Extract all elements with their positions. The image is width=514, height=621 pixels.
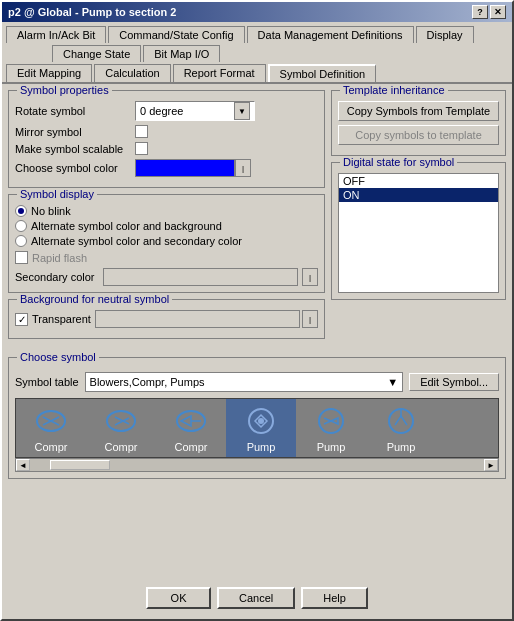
help-window-btn[interactable]: ? <box>472 5 488 19</box>
right-panel: Template inheritance Copy Symbols from T… <box>331 90 506 345</box>
svg-point-1 <box>107 411 135 431</box>
rotate-dropdown[interactable]: 0 degree ▼ <box>135 101 255 121</box>
symbol-display-group: Symbol display No blink Alternate symbol… <box>8 194 325 293</box>
ok-button[interactable]: OK <box>146 587 211 609</box>
digital-state-item-off[interactable]: OFF <box>339 174 498 188</box>
symbol-item-compr3[interactable]: Compr <box>156 399 226 457</box>
title-bar: p2 @ Global - Pump to section 2 ? ✕ <box>2 2 512 22</box>
rapid-flash-label: Rapid flash <box>32 252 87 264</box>
choose-symbol-label: Choose symbol <box>17 351 99 363</box>
symbol-item-pump2[interactable]: Pump <box>296 399 366 457</box>
symbol-table-row: Symbol table Blowers,Compr, Pumps ▼ Edit… <box>15 372 499 392</box>
tabs-row1: Alarm In/Ack Bit Command/State Config Da… <box>2 22 512 43</box>
tab-report-format[interactable]: Report Format <box>173 64 266 82</box>
svg-point-4 <box>258 418 264 424</box>
symbol-label-compr2: Compr <box>104 441 137 453</box>
main-window: p2 @ Global - Pump to section 2 ? ✕ Alar… <box>0 0 514 621</box>
close-window-btn[interactable]: ✕ <box>490 5 506 19</box>
mirror-row: Mirror symbol <box>15 125 318 138</box>
template-inheritance-label: Template inheritance <box>340 84 448 96</box>
background-neutral-label: Background for neutral symbol <box>17 293 172 305</box>
rotate-dropdown-arrow: ▼ <box>234 102 250 120</box>
scroll-thumb[interactable] <box>50 460 110 470</box>
symbol-dropdown-arrow: ▼ <box>387 376 398 388</box>
scalable-label: Make symbol scalable <box>15 143 135 155</box>
blink-radio-group: No blink Alternate symbol color and back… <box>15 205 318 247</box>
tab-data-mgmt[interactable]: Data Management Definitions <box>247 26 414 43</box>
left-panel: Symbol properties Rotate symbol 0 degree… <box>8 90 325 345</box>
no-blink-label: No blink <box>31 205 71 217</box>
secondary-color-input[interactable] <box>103 268 299 286</box>
alt-color-secondary-radio[interactable] <box>15 235 27 247</box>
alt-color-bg-row[interactable]: Alternate symbol color and background <box>15 220 318 232</box>
copy-from-template-btn[interactable]: Copy Symbols from Template <box>338 101 499 121</box>
digital-state-label: Digital state for symbol <box>340 156 457 168</box>
rotate-label: Rotate symbol <box>15 105 135 117</box>
template-inheritance-group: Template inheritance Copy Symbols from T… <box>331 90 506 156</box>
symbol-properties-group: Symbol properties Rotate symbol 0 degree… <box>8 90 325 188</box>
tab-alarm-in-ack[interactable]: Alarm In/Ack Bit <box>6 26 106 43</box>
copy-to-template-btn: Copy symbols to template <box>338 125 499 145</box>
alt-color-secondary-row[interactable]: Alternate symbol color and secondary col… <box>15 235 318 247</box>
symbol-icon-compr2 <box>101 403 141 439</box>
choose-symbol-group: Choose symbol Symbol table Blowers,Compr… <box>8 357 506 479</box>
symbol-icon-pump1 <box>241 403 281 439</box>
rapid-flash-checkbox[interactable] <box>15 251 28 264</box>
digital-state-list[interactable]: OFF ON <box>338 173 499 293</box>
transparent-color-btn[interactable]: | <box>302 310 318 328</box>
tabs-row3: Edit Mapping Calculation Report Format S… <box>2 62 512 84</box>
tab-edit-mapping[interactable]: Edit Mapping <box>6 64 92 82</box>
symbol-label-pump2: Pump <box>317 441 346 453</box>
digital-state-item-on[interactable]: ON <box>339 188 498 202</box>
tab-change-state[interactable]: Change State <box>52 45 141 62</box>
symbol-table-dropdown[interactable]: Blowers,Compr, Pumps ▼ <box>85 372 404 392</box>
color-button[interactable]: | <box>235 159 251 177</box>
secondary-color-btn[interactable]: | <box>302 268 318 286</box>
no-blink-row[interactable]: No blink <box>15 205 318 217</box>
symbol-item-pump3[interactable]: Pump <box>366 399 436 457</box>
transparent-label: Transparent <box>32 313 91 325</box>
symbol-label-compr1: Compr <box>34 441 67 453</box>
cancel-button[interactable]: Cancel <box>217 587 295 609</box>
transparent-checkbox[interactable] <box>15 313 28 326</box>
background-neutral-group: Background for neutral symbol Transparen… <box>8 299 325 339</box>
edit-symbol-btn[interactable]: Edit Symbol... <box>409 373 499 391</box>
tab-calculation[interactable]: Calculation <box>94 64 170 82</box>
tab-display[interactable]: Display <box>416 26 474 43</box>
symbol-label-pump3: Pump <box>387 441 416 453</box>
symbol-item-compr1[interactable]: Compr <box>16 399 86 457</box>
tab-command-state[interactable]: Command/State Config <box>108 26 244 43</box>
symbol-table-label: Symbol table <box>15 376 79 388</box>
symbol-icon-pump2 <box>311 403 351 439</box>
symbol-properties-label: Symbol properties <box>17 84 112 96</box>
color-row: Choose symbol color | <box>15 159 318 177</box>
no-blink-radio[interactable] <box>15 205 27 217</box>
scalable-row: Make symbol scalable <box>15 142 318 155</box>
scalable-checkbox[interactable] <box>135 142 148 155</box>
symbol-icon-compr3 <box>171 403 211 439</box>
alt-color-bg-radio[interactable] <box>15 220 27 232</box>
mirror-checkbox[interactable] <box>135 125 148 138</box>
symbol-item-compr2[interactable]: Compr <box>86 399 156 457</box>
symbol-display-label: Symbol display <box>17 188 97 200</box>
horizontal-scrollbar[interactable]: ◄ ► <box>15 458 499 472</box>
tab-symbol-definition[interactable]: Symbol Definition <box>268 64 377 82</box>
color-swatch[interactable] <box>135 159 235 177</box>
tab-bit-map-io[interactable]: Bit Map I/O <box>143 45 220 62</box>
symbol-item-pump1[interactable]: Pump <box>226 399 296 457</box>
main-content: Symbol properties Rotate symbol 0 degree… <box>2 84 512 351</box>
rotate-row: Rotate symbol 0 degree ▼ <box>15 101 318 121</box>
secondary-color-row: Secondary color | <box>15 268 318 286</box>
rapid-flash-row: Rapid flash <box>15 251 318 264</box>
symbol-icon-pump3 <box>381 403 421 439</box>
alt-color-bg-label: Alternate symbol color and background <box>31 220 222 232</box>
alt-color-secondary-label: Alternate symbol color and secondary col… <box>31 235 242 247</box>
title-bar-buttons: ? ✕ <box>472 5 506 19</box>
symbol-label-compr3: Compr <box>174 441 207 453</box>
scroll-right-btn[interactable]: ► <box>484 459 498 471</box>
mirror-label: Mirror symbol <box>15 126 135 138</box>
tabs-row2: Change State Bit Map I/O <box>2 43 512 62</box>
scroll-left-btn[interactable]: ◄ <box>16 459 30 471</box>
window-title: p2 @ Global - Pump to section 2 <box>8 6 176 18</box>
help-button[interactable]: Help <box>301 587 368 609</box>
